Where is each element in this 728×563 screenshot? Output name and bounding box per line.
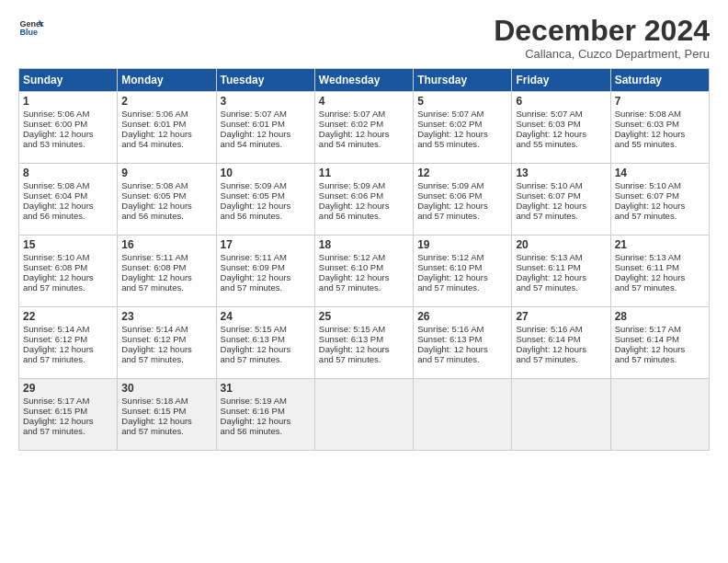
col-sunday: Sunday [19, 69, 118, 92]
cell-info: and 57 minutes. [417, 211, 507, 221]
cell-info: and 57 minutes. [221, 282, 311, 293]
col-thursday: Thursday [414, 69, 512, 92]
day-number: 24 [221, 310, 311, 323]
day-number: 16 [121, 238, 211, 251]
title-block: December 2024 Callanca, Cuzco Department… [494, 15, 710, 61]
cell-info: Sunset: 6:06 PM [417, 190, 507, 201]
cell-info: Daylight: 12 hours [221, 416, 311, 426]
cell-info: Sunrise: 5:06 AM [121, 109, 211, 119]
calendar-cell: 15Sunrise: 5:10 AMSunset: 6:08 PMDayligh… [19, 236, 118, 307]
day-number: 4 [319, 95, 409, 108]
calendar-cell: 6Sunrise: 5:07 AMSunset: 6:03 PMDaylight… [512, 92, 610, 164]
cell-info: Daylight: 12 hours [615, 344, 705, 354]
day-number: 28 [615, 310, 705, 323]
cell-info: and 56 minutes. [23, 211, 113, 221]
cell-info: Daylight: 12 hours [417, 272, 507, 282]
cell-info: Sunset: 6:04 PM [23, 190, 113, 201]
cell-info: Daylight: 12 hours [319, 201, 409, 211]
cell-info: Daylight: 12 hours [417, 344, 507, 354]
calendar-cell: 28Sunrise: 5:17 AMSunset: 6:14 PMDayligh… [610, 307, 709, 379]
calendar-cell: 26Sunrise: 5:16 AMSunset: 6:13 PMDayligh… [414, 307, 512, 379]
cell-info: Daylight: 12 hours [516, 129, 606, 139]
cell-info: Sunset: 6:13 PM [319, 334, 409, 344]
cell-info: Daylight: 12 hours [319, 344, 409, 354]
calendar-cell: 5Sunrise: 5:07 AMSunset: 6:02 PMDaylight… [414, 92, 512, 164]
calendar-cell: 11Sunrise: 5:09 AMSunset: 6:06 PMDayligh… [314, 164, 413, 236]
cell-info: Daylight: 12 hours [516, 201, 606, 211]
calendar-cell: 25Sunrise: 5:15 AMSunset: 6:13 PMDayligh… [314, 307, 413, 379]
calendar-cell: 18Sunrise: 5:12 AMSunset: 6:10 PMDayligh… [314, 236, 413, 307]
cell-info: Daylight: 12 hours [23, 416, 113, 426]
cell-info: Sunset: 6:08 PM [23, 262, 113, 272]
col-wednesday: Wednesday [314, 69, 413, 92]
cell-info: and 57 minutes. [615, 354, 705, 364]
col-saturday: Saturday [610, 69, 709, 92]
cell-info: Sunrise: 5:16 AM [417, 324, 507, 334]
cell-info: Sunrise: 5:17 AM [615, 324, 705, 334]
cell-info: Sunset: 6:10 PM [319, 262, 409, 272]
cell-info: Daylight: 12 hours [221, 129, 311, 139]
cell-info: Sunrise: 5:11 AM [221, 252, 311, 262]
cell-info: and 57 minutes. [516, 354, 606, 364]
day-number: 25 [319, 310, 409, 323]
cell-info: Sunrise: 5:10 AM [516, 180, 606, 190]
cell-info: and 56 minutes. [221, 426, 311, 436]
calendar-cell: 21Sunrise: 5:13 AMSunset: 6:11 PMDayligh… [610, 236, 709, 307]
calendar-cell: 10Sunrise: 5:09 AMSunset: 6:05 PMDayligh… [216, 164, 314, 236]
calendar-week-2: 8Sunrise: 5:08 AMSunset: 6:04 PMDaylight… [19, 164, 710, 236]
cell-info: Sunset: 6:07 PM [615, 190, 705, 201]
cell-info: and 57 minutes. [615, 211, 705, 221]
cell-info: and 56 minutes. [319, 211, 409, 221]
day-number: 6 [516, 95, 606, 108]
cell-info: Sunset: 6:10 PM [417, 262, 507, 272]
calendar-cell: 4Sunrise: 5:07 AMSunset: 6:02 PMDaylight… [314, 92, 413, 164]
cell-info: and 56 minutes. [221, 211, 311, 221]
cell-info: Sunset: 6:12 PM [121, 334, 211, 344]
cell-info: Sunrise: 5:07 AM [319, 109, 409, 119]
header: General Blue December 2024 Callanca, Cuz… [18, 15, 710, 61]
cell-info: Sunset: 6:02 PM [319, 119, 409, 129]
calendar-cell [314, 379, 413, 451]
cell-info: Sunrise: 5:08 AM [615, 109, 705, 119]
cell-info: Sunset: 6:01 PM [121, 119, 211, 129]
cell-info: Daylight: 12 hours [121, 416, 211, 426]
calendar-cell: 22Sunrise: 5:14 AMSunset: 6:12 PMDayligh… [19, 307, 118, 379]
cell-info: Sunrise: 5:14 AM [23, 324, 113, 334]
cell-info: Daylight: 12 hours [615, 129, 705, 139]
cell-info: Sunrise: 5:06 AM [23, 109, 113, 119]
cell-info: and 57 minutes. [121, 426, 211, 436]
calendar-cell: 20Sunrise: 5:13 AMSunset: 6:11 PMDayligh… [512, 236, 610, 307]
calendar-cell: 16Sunrise: 5:11 AMSunset: 6:08 PMDayligh… [118, 236, 216, 307]
cell-info: Sunrise: 5:15 AM [221, 324, 311, 334]
cell-info: Sunset: 6:15 PM [23, 406, 113, 416]
cell-info: Sunset: 6:09 PM [221, 262, 311, 272]
day-number: 9 [121, 167, 211, 179]
calendar-cell: 8Sunrise: 5:08 AMSunset: 6:04 PMDaylight… [19, 164, 118, 236]
cell-info: Sunrise: 5:11 AM [121, 252, 211, 262]
cell-info: Daylight: 12 hours [417, 129, 507, 139]
cell-info: Sunrise: 5:13 AM [615, 252, 705, 262]
cell-info: Sunrise: 5:13 AM [516, 252, 606, 262]
calendar-cell: 7Sunrise: 5:08 AMSunset: 6:03 PMDaylight… [610, 92, 709, 164]
day-number: 3 [221, 95, 311, 108]
calendar-week-5: 29Sunrise: 5:17 AMSunset: 6:15 PMDayligh… [19, 379, 710, 451]
cell-info: Sunrise: 5:09 AM [221, 180, 311, 190]
calendar-week-4: 22Sunrise: 5:14 AMSunset: 6:12 PMDayligh… [19, 307, 710, 379]
cell-info: Sunrise: 5:12 AM [319, 252, 409, 262]
calendar-cell: 12Sunrise: 5:09 AMSunset: 6:06 PMDayligh… [414, 164, 512, 236]
location: Callanca, Cuzco Department, Peru [494, 47, 710, 61]
cell-info: Daylight: 12 hours [516, 344, 606, 354]
calendar-week-3: 15Sunrise: 5:10 AMSunset: 6:08 PMDayligh… [19, 236, 710, 307]
cell-info: Daylight: 12 hours [23, 344, 113, 354]
calendar-cell: 13Sunrise: 5:10 AMSunset: 6:07 PMDayligh… [512, 164, 610, 236]
cell-info: Sunset: 6:01 PM [221, 119, 311, 129]
cell-info: and 55 minutes. [417, 139, 507, 149]
day-number: 17 [221, 238, 311, 251]
cell-info: Sunset: 6:11 PM [615, 262, 705, 272]
day-number: 19 [417, 238, 507, 251]
calendar-cell: 17Sunrise: 5:11 AMSunset: 6:09 PMDayligh… [216, 236, 314, 307]
cell-info: and 57 minutes. [615, 282, 705, 293]
calendar-cell: 24Sunrise: 5:15 AMSunset: 6:13 PMDayligh… [216, 307, 314, 379]
cell-info: and 57 minutes. [516, 211, 606, 221]
cell-info: and 54 minutes. [221, 139, 311, 149]
